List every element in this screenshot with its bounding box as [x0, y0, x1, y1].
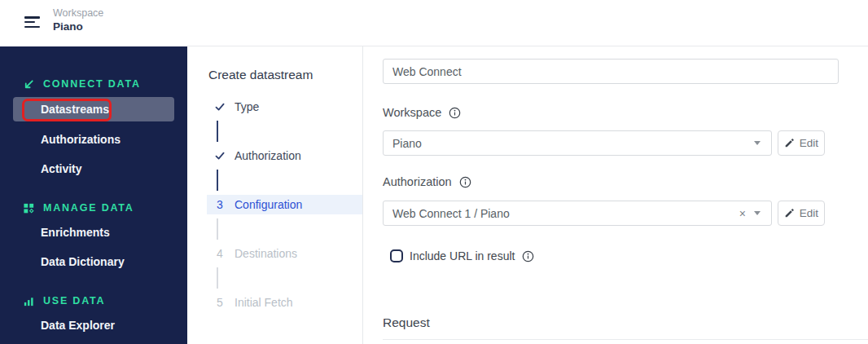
clear-icon[interactable]: ×: [739, 208, 746, 219]
include-url-checkbox[interactable]: [390, 249, 403, 262]
info-icon[interactable]: [459, 176, 471, 188]
info-icon[interactable]: [449, 107, 461, 119]
top-bar: Workspace Piano: [0, 0, 868, 46]
step-connector: [217, 218, 218, 240]
sidebar-item-authorizations[interactable]: Authorizations: [13, 128, 174, 151]
sidebar-item-label: Data Dictionary: [41, 255, 125, 268]
authorization-edit-button[interactable]: Edit: [778, 201, 825, 226]
sidebar-item-label: Data Explorer: [41, 319, 115, 332]
workspace-label: Workspace: [53, 7, 103, 19]
info-icon[interactable]: [522, 250, 534, 262]
authorization-select-value: Web Connect 1 / Piano: [392, 207, 739, 220]
authorization-field-label: Authorization: [383, 175, 452, 188]
grid-icon: [23, 202, 35, 214]
step-connector: [217, 170, 218, 191]
step-authorization[interactable]: Authorization: [207, 146, 362, 165]
sidebar-section-use-data: USE DATA: [23, 293, 187, 309]
section-label: CONNECT DATA: [43, 78, 141, 90]
sidebar-item-label: Authorizations: [41, 133, 121, 146]
step-configuration[interactable]: 3 Configuration: [207, 195, 362, 214]
step-label: Destinations: [235, 247, 297, 260]
edit-button-label: Edit: [800, 137, 818, 149]
step-number: 3: [212, 198, 228, 211]
step-type[interactable]: Type: [207, 97, 362, 117]
step-label: Configuration: [235, 198, 302, 211]
menu-icon[interactable]: [24, 16, 40, 29]
section-label: MANAGE DATA: [43, 202, 134, 214]
step-connector: [217, 121, 218, 142]
sidebar-item-datastreams[interactable]: Datastreams: [13, 97, 174, 121]
workspace-name: Piano: [53, 20, 103, 33]
configuration-form: Workspace Piano Edit Authorization Web C: [363, 46, 868, 344]
check-icon: [212, 150, 228, 161]
sidebar-item-activity[interactable]: Activity: [13, 157, 174, 180]
sidebar-item-data-explorer[interactable]: Data Explorer: [13, 314, 174, 337]
sidebar-section-connect-data: CONNECT DATA: [23, 76, 187, 92]
sidebar-item-data-dictionary[interactable]: Data Dictionary: [13, 250, 174, 273]
sidebar-item-label: Datastreams: [41, 103, 109, 116]
workspace-edit-button[interactable]: Edit: [778, 130, 825, 156]
request-section-heading: Request: [383, 315, 868, 330]
step-connector: [217, 267, 218, 289]
sidebar-item-label: Enrichments: [41, 226, 110, 239]
section-label: USE DATA: [43, 295, 105, 307]
step-label: Authorization: [235, 149, 301, 162]
chevron-down-icon[interactable]: [754, 141, 761, 145]
step-label: Type: [235, 100, 259, 113]
sidebar-item-enrichments[interactable]: Enrichments: [13, 221, 174, 244]
include-url-label: Include URL in result: [410, 249, 515, 262]
authorization-select[interactable]: Web Connect 1 / Piano ×: [383, 201, 772, 226]
check-icon: [212, 101, 228, 112]
create-datastream-stepper: Create datastream Type Authorization 3 C…: [187, 46, 363, 344]
step-destinations[interactable]: 4 Destinations: [207, 244, 362, 263]
edit-button-label: Edit: [800, 207, 818, 219]
step-initial-fetch[interactable]: 5 Initial Fetch: [207, 293, 362, 312]
pencil-icon: [784, 138, 795, 148]
chevron-down-icon[interactable]: [754, 211, 761, 215]
stepper-title: Create datastream: [208, 68, 362, 82]
workspace-select-value: Piano: [392, 137, 754, 150]
pencil-icon: [784, 208, 795, 218]
bar-chart-icon: [23, 295, 35, 307]
sidebar: CONNECT DATA Datastreams Authorizations …: [0, 46, 187, 344]
step-label: Initial Fetch: [235, 296, 293, 309]
workspace-field-label: Workspace: [383, 106, 441, 119]
sidebar-item-label: Activity: [41, 162, 82, 175]
datastream-name-input[interactable]: [383, 59, 839, 84]
workspace-switcher[interactable]: Workspace Piano: [53, 7, 103, 33]
sidebar-section-manage-data: MANAGE DATA: [23, 200, 187, 216]
step-number: 5: [212, 296, 228, 309]
arrow-down-left-icon: [23, 78, 35, 90]
workspace-select[interactable]: Piano: [383, 130, 772, 156]
request-section-divider: [383, 339, 868, 340]
step-number: 4: [212, 247, 228, 260]
